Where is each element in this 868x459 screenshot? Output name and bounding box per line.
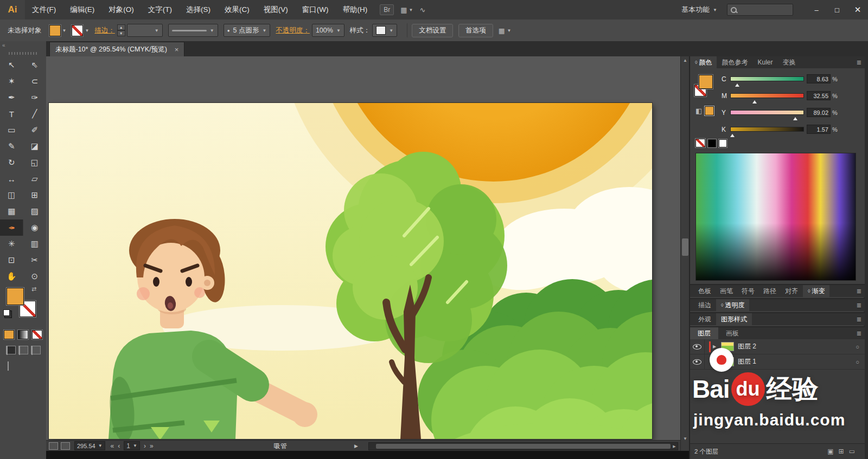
make-mask-button[interactable]: ▣ — [827, 448, 833, 455]
vertical-scrollbar[interactable]: ▲ ▼ — [680, 56, 690, 451]
artboard-canvas[interactable] — [49, 103, 652, 439]
white-chip[interactable] — [719, 139, 727, 147]
free-transform-tool[interactable]: ▱ — [23, 171, 47, 187]
panel-menu-icon[interactable]: ≣ — [853, 316, 865, 323]
width-tool[interactable]: ↔ — [0, 171, 23, 187]
toolbar-fill-swatch[interactable] — [7, 288, 24, 305]
mesh-tool[interactable]: ▦ — [0, 203, 23, 219]
yellow-value-field[interactable]: 89.02 — [807, 108, 831, 117]
visibility-toggle[interactable] — [690, 339, 705, 354]
artboard-tool[interactable]: ⊡ — [0, 252, 23, 268]
stepper-down-icon[interactable]: ▼ — [117, 30, 125, 36]
menu-object[interactable]: 对象(O) — [101, 0, 141, 20]
menu-file[interactable]: 文件(F) — [25, 0, 63, 20]
panel-menu-icon[interactable]: ≣ — [853, 327, 865, 339]
stroke-panel-link[interactable]: 描边： — [94, 26, 115, 35]
tab-align[interactable]: 对齐 — [781, 287, 802, 296]
blend-tool[interactable]: ◉ — [23, 219, 47, 236]
width-profile-dropdown[interactable]: ▼ — [168, 24, 218, 37]
delete-layer-button[interactable]: ▭ — [849, 448, 855, 455]
scroll-up-icon[interactable]: ▲ — [681, 56, 690, 64]
app-logo[interactable]: Ai — [0, 0, 25, 20]
layer-thumbnail[interactable] — [721, 357, 734, 366]
gradient-tool[interactable]: ▨ — [23, 203, 47, 219]
document-tab[interactable]: 未标题-10* @ 295.54% (CMYK/预览) × — [49, 42, 184, 56]
yellow-slider[interactable] — [730, 110, 804, 115]
color-spectrum[interactable] — [695, 153, 856, 281]
cs-live-button[interactable]: ∿ — [419, 6, 425, 14]
gradient-button[interactable] — [18, 330, 28, 339]
none-button[interactable] — [32, 330, 42, 339]
canvas-pasteboard[interactable]: 295.54 ▼ « ‹ 1 ▼ › » 吸管 ▶ ▶ — [46, 56, 680, 451]
toolbar-collapse-button[interactable]: « — [0, 41, 46, 51]
column-graph-tool[interactable]: ▥ — [23, 236, 47, 252]
none-chip[interactable] — [695, 139, 705, 147]
cyan-value-field[interactable]: 8.63 — [807, 74, 831, 83]
fill-swatch[interactable] — [49, 25, 61, 36]
black-slider[interactable] — [730, 127, 804, 132]
style-dropdown[interactable]: ▼ — [372, 24, 397, 37]
slice-tool[interactable]: ✂ — [23, 252, 47, 268]
tab-symbols[interactable]: 符号 — [738, 287, 758, 296]
magenta-value-field[interactable]: 32.55 — [807, 91, 831, 100]
fill-color-picker[interactable]: ▼ — [49, 25, 67, 36]
stroke-swatch[interactable] — [72, 25, 83, 36]
rotate-tool[interactable]: ↻ — [0, 154, 23, 171]
close-button[interactable]: ✕ — [847, 0, 868, 20]
panel-menu-icon[interactable]: ≣ — [853, 288, 865, 295]
eyedropper-tool[interactable]: ✒ — [0, 219, 23, 236]
scroll-down-icon[interactable]: ▼ — [681, 435, 690, 442]
tab-artboards[interactable]: 画板 — [718, 327, 746, 339]
magenta-slider[interactable] — [730, 93, 804, 98]
preferences-button[interactable]: 首选项 — [458, 24, 493, 37]
tab-paths[interactable]: 路径 — [760, 287, 780, 296]
type-tool[interactable]: T — [0, 106, 23, 122]
tab-gradient[interactable]: ◊ 渐变 — [803, 285, 829, 297]
menu-view[interactable]: 视图(V) — [257, 0, 295, 20]
target-icon[interactable]: ○ — [856, 344, 859, 350]
target-icon[interactable]: ○ — [856, 359, 859, 365]
tab-graphic-styles[interactable]: 图形样式 — [716, 313, 752, 325]
pencil-tool[interactable]: ✎ — [0, 138, 23, 154]
blob-brush-tool[interactable]: ✑ — [23, 89, 47, 106]
line-segment-tool[interactable]: ╱ — [23, 106, 47, 122]
pen-tool[interactable]: ✒ — [0, 89, 23, 106]
screen-mode-button[interactable] — [0, 357, 46, 370]
hand-tool[interactable]: ✋ — [0, 268, 23, 285]
scale-tool[interactable]: ◱ — [23, 154, 47, 171]
arrange-documents-button[interactable]: ▦ ▼ — [400, 6, 413, 14]
opacity-panel-link[interactable]: 不透明度： — [276, 26, 310, 35]
horizontal-scrollbar[interactable]: ▶ — [368, 442, 678, 450]
swap-fill-stroke-icon[interactable]: ⇄ — [31, 286, 36, 293]
previous-artboard-button[interactable]: ‹ — [118, 442, 120, 450]
next-artboard-button[interactable]: › — [144, 442, 146, 450]
panel-menu-icon[interactable]: ≣ — [853, 302, 865, 309]
align-options-button[interactable]: ▦ ▼ — [499, 27, 512, 35]
status-export-icon[interactable] — [61, 442, 70, 450]
tab-kuler[interactable]: Kuler — [752, 56, 777, 68]
gamut-warning[interactable]: ◧ — [695, 106, 714, 115]
status-expand-icon[interactable]: ▶ — [354, 441, 358, 451]
stepper-up-icon[interactable]: ▲ — [117, 24, 125, 30]
direct-selection-tool[interactable]: ⇖ — [23, 57, 47, 73]
zoom-dropdown[interactable]: 295.54 ▼ — [74, 441, 105, 450]
layer-row[interactable]: ▶ 图层 2 ○ — [690, 339, 865, 354]
brush-definition-dropdown[interactable]: ● 5 点圆形 ▼ — [224, 24, 271, 37]
artboard-dropdown[interactable]: 1 ▼ — [124, 441, 140, 450]
expand-icon[interactable]: ▶ — [713, 344, 719, 349]
symbol-sprayer-tool[interactable]: ✳ — [0, 236, 23, 252]
slider-marker[interactable] — [735, 81, 739, 87]
panel-menu-icon[interactable]: ≣ — [853, 56, 865, 68]
tab-appearance[interactable]: 外观 — [694, 315, 715, 324]
rectangle-tool[interactable]: ▭ — [0, 122, 23, 138]
cyan-slider[interactable] — [730, 76, 804, 81]
stroke-weight-stepper[interactable]: ▲ ▼ — [117, 24, 125, 36]
layer-thumbnail[interactable] — [721, 342, 734, 351]
menu-help[interactable]: 帮助(H) — [335, 0, 374, 20]
search-input[interactable] — [727, 4, 793, 16]
tab-color-guide[interactable]: 颜色参考 — [717, 56, 752, 68]
black-chip[interactable] — [708, 139, 716, 147]
slider-marker[interactable] — [752, 98, 757, 104]
shape-builder-tool[interactable]: ◫ — [0, 187, 23, 203]
menu-window[interactable]: 窗口(W) — [295, 0, 336, 20]
